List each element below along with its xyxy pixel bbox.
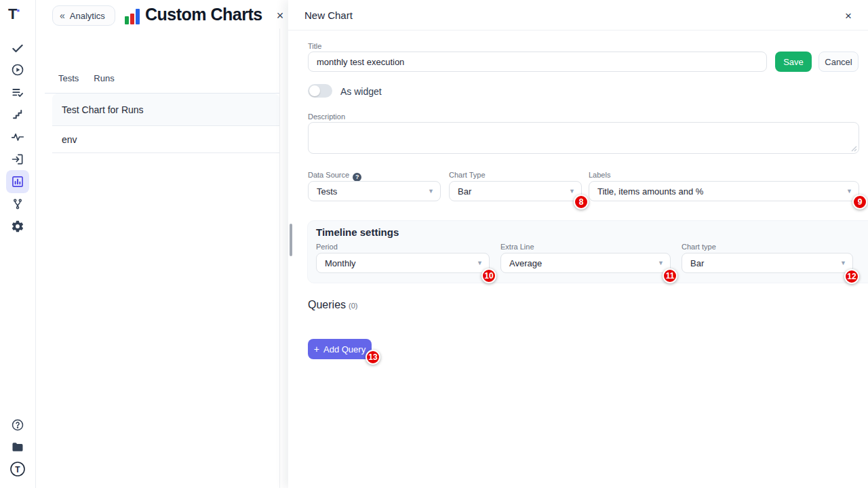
description-textarea[interactable] <box>308 122 859 154</box>
left-icon-rail: T▪ T <box>0 0 36 488</box>
add-query-button[interactable]: + Add Query <box>308 339 372 359</box>
description-label: Description <box>308 113 345 121</box>
data-source-label: Data Source? <box>308 171 361 182</box>
pulse-icon[interactable] <box>6 125 29 148</box>
labels-select[interactable]: Title, items amounts and % ▼ <box>589 181 859 201</box>
panel-edge-divider <box>279 28 280 488</box>
annotation-badge-13: 13 <box>366 350 380 365</box>
list-item-label: env <box>62 134 77 145</box>
profile-logo-icon[interactable]: T <box>6 458 29 481</box>
gear-icon[interactable] <box>6 215 29 238</box>
chevrons-left-icon: « <box>60 10 65 21</box>
caret-down-icon: ▼ <box>428 188 434 195</box>
svg-text:T: T <box>15 465 20 474</box>
data-source-value: Tests <box>317 186 337 197</box>
scrollbar-thumb[interactable] <box>290 224 292 256</box>
caret-down-icon: ▼ <box>569 188 575 195</box>
save-button[interactable]: Save <box>775 52 812 72</box>
labels-value: Title, items amounts and % <box>597 186 703 197</box>
caret-down-icon: ▼ <box>658 260 664 266</box>
annotation-badge-10: 10 <box>481 268 496 283</box>
annotation-badge-9: 9 <box>852 195 867 209</box>
back-to-analytics-button[interactable]: « Analytics <box>52 5 115 26</box>
period-label: Period <box>316 243 338 251</box>
docs-folder-icon[interactable] <box>6 436 29 459</box>
app-logo[interactable]: T▪ <box>8 5 19 23</box>
chart-type-value: Bar <box>458 186 471 197</box>
extra-line-value: Average <box>509 258 542 268</box>
timeline-chart-type-label: Chart type <box>682 243 716 251</box>
add-query-label: Add Query <box>323 344 366 354</box>
as-widget-label: As widget <box>340 86 382 97</box>
form-title: New Chart <box>304 9 353 21</box>
queries-count: (0) <box>349 302 357 310</box>
charts-tabs: Tests Runs <box>58 73 115 87</box>
custom-charts-icon[interactable] <box>6 170 29 193</box>
plans-list-check-icon[interactable] <box>6 81 29 104</box>
tab-runs[interactable]: Runs <box>94 73 114 87</box>
list-item-test-chart-for-runs[interactable]: Test Chart for Runs <box>52 94 279 126</box>
title-field-label: Title <box>308 42 321 50</box>
import-icon[interactable] <box>6 148 29 171</box>
back-button-label: Analytics <box>70 11 105 21</box>
runs-play-circle-icon[interactable] <box>6 58 29 81</box>
bar-chart-icon <box>125 8 142 24</box>
period-select[interactable]: Monthly ▼ <box>316 253 490 273</box>
logo-accent: ▪ <box>16 5 19 16</box>
extra-line-label: Extra Line <box>500 243 534 251</box>
chart-type-label: Chart Type <box>449 171 486 179</box>
cancel-button[interactable]: Cancel <box>818 52 859 72</box>
extra-line-select[interactable]: Average ▼ <box>500 253 671 273</box>
list-item-env[interactable]: env <box>52 126 279 153</box>
annotation-badge-8: 8 <box>574 195 589 209</box>
period-value: Monthly <box>325 258 356 268</box>
timeline-chart-type-value: Bar <box>690 258 704 268</box>
chart-type-select[interactable]: Bar ▼ <box>449 181 582 201</box>
caret-down-icon: ▼ <box>477 260 483 266</box>
tab-tests[interactable]: Tests <box>58 73 79 87</box>
annotation-badge-12: 12 <box>844 269 859 284</box>
timeline-chart-type-select[interactable]: Bar ▼ <box>682 253 853 273</box>
custom-charts-panel: « Analytics Custom Charts × Tests Runs T… <box>36 0 288 488</box>
annotation-badge-11: 11 <box>663 268 677 283</box>
new-chart-panel: New Chart × Title Save Cancel As widget … <box>288 0 868 488</box>
as-widget-toggle[interactable] <box>308 84 332 98</box>
labels-label: Labels <box>589 171 610 179</box>
plus-icon: + <box>314 344 319 354</box>
toggle-knob <box>309 85 320 96</box>
timeline-settings-heading: Timeline settings <box>316 226 399 238</box>
list-item-label: Test Chart for Runs <box>62 104 144 115</box>
data-source-select[interactable]: Tests ▼ <box>308 181 441 201</box>
help-icon[interactable] <box>6 413 29 436</box>
close-form-icon[interactable]: × <box>840 8 856 24</box>
page-title: Custom Charts <box>145 5 262 24</box>
queries-heading: Queries(0) <box>308 299 357 311</box>
caret-down-icon: ▼ <box>846 188 852 195</box>
help-circle-icon[interactable]: ? <box>353 173 361 182</box>
caret-down-icon: ▼ <box>840 260 846 266</box>
branch-icon[interactable] <box>6 192 29 216</box>
title-input[interactable] <box>308 52 767 72</box>
form-header: New Chart × <box>288 0 868 30</box>
steps-icon[interactable] <box>6 103 29 126</box>
tests-check-icon[interactable] <box>6 37 29 60</box>
